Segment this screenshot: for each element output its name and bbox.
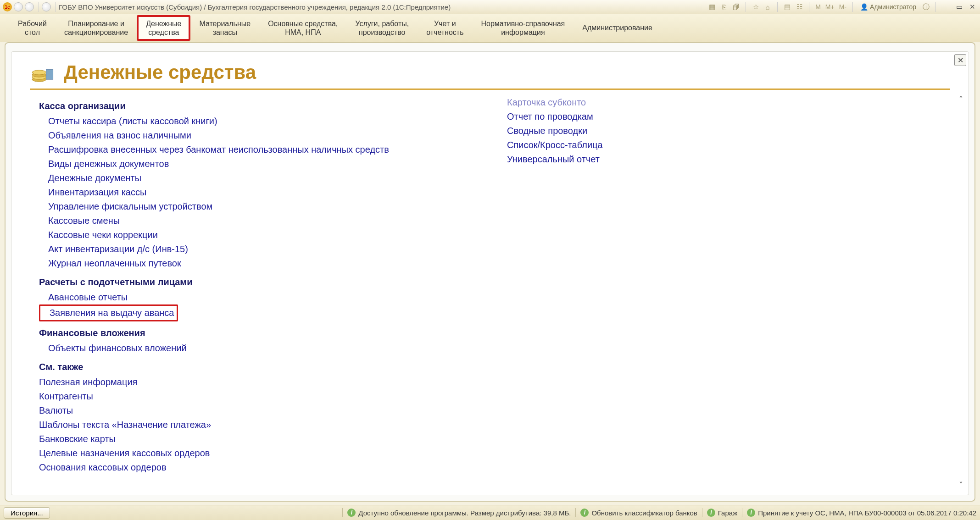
status-text: Доступно обновление программы. Размер ди… xyxy=(358,509,571,517)
tab-reference[interactable]: Нормативно-справочная информация xyxy=(472,15,574,41)
info-icon[interactable]: ⓘ xyxy=(921,2,931,12)
m-button[interactable]: M xyxy=(814,3,822,11)
tab-line2: информация xyxy=(501,28,545,37)
link-item[interactable]: Инвентаризация кассы xyxy=(48,187,146,198)
content-area: ˄ ˅ Касса организации Отчеты кассира (ли… xyxy=(11,90,969,495)
link-item[interactable]: Банковские карты xyxy=(39,434,116,444)
tab-line1: Материальные xyxy=(199,19,251,28)
separator xyxy=(777,2,778,12)
link-item[interactable]: Шаблоны текста «Назначение платежа» xyxy=(39,420,211,430)
tab-inventory[interactable]: Материальные запасы xyxy=(190,15,259,41)
status-doc[interactable]: iПринятие к учету ОС, НМА, НПА БУ00-0000… xyxy=(747,509,976,517)
link-item[interactable]: Расшифровка внесенных через банкомат неи… xyxy=(48,144,389,155)
toolbar-icon[interactable]: 🗐 xyxy=(731,2,741,12)
panel: Денежные средства ˄ ˅ Касса организации … xyxy=(11,51,969,495)
tab-line2: НМА, НПА xyxy=(285,28,321,37)
link-item[interactable]: Денежные документы xyxy=(48,173,141,183)
link-item[interactable]: Кассовые чеки коррекции xyxy=(48,230,158,240)
link-item[interactable]: Контрагенты xyxy=(39,391,93,402)
section-tabs: Рабочий стол Планирование и санкциониров… xyxy=(0,14,980,42)
link-item[interactable]: Основания кассовых ордеров xyxy=(39,462,167,473)
right-column: Карточка субконто Отчет по проводкам Сво… xyxy=(507,99,603,490)
nav-back-button[interactable] xyxy=(14,2,23,11)
link-item[interactable]: Кассовые смены xyxy=(48,216,120,226)
toolbar-icon[interactable]: ⌂ xyxy=(763,2,773,12)
m-minus-button[interactable]: M- xyxy=(838,3,848,11)
m-plus-button[interactable]: M+ xyxy=(824,3,836,11)
tab-desktop[interactable]: Рабочий стол xyxy=(9,15,56,41)
toolbar-icon[interactable]: ▦ xyxy=(707,2,717,12)
panel-close-button[interactable]: ✕ xyxy=(954,54,966,66)
page-header: Денежные средства xyxy=(11,52,969,88)
tab-line1: Денежные xyxy=(146,19,181,28)
link-item[interactable]: Универсальный отчет xyxy=(507,154,600,165)
link-item[interactable]: Акт инвентаризации д/с (Инв-15) xyxy=(48,244,188,254)
nav-forward-button[interactable] xyxy=(25,2,34,11)
link-item-cut[interactable]: Карточка субконто xyxy=(507,97,586,108)
user-label[interactable]: 👤 Администратор xyxy=(858,3,919,11)
minimize-button[interactable]: — xyxy=(941,2,952,11)
link-item[interactable]: Целевые назначения кассовых ордеров xyxy=(39,448,210,459)
link-item[interactable]: Отчет по проводкам xyxy=(507,111,593,122)
info-icon: i xyxy=(747,509,755,517)
link-item[interactable]: Список/Кросс-таблица xyxy=(507,140,603,150)
info-icon: i xyxy=(347,509,356,517)
link-item[interactable]: Журнал неоплаченных путевок xyxy=(48,258,181,269)
info-icon: i xyxy=(707,509,715,517)
tab-services[interactable]: Услуги, работы, производство xyxy=(346,15,418,41)
tab-planning[interactable]: Планирование и санкционирование xyxy=(56,15,137,41)
group-title-podotchet: Расчеты с подотчетными лицами xyxy=(39,277,415,288)
coins-icon xyxy=(30,60,55,85)
link-item[interactable]: Управление фискальным устройством xyxy=(48,201,212,212)
window-title: ГОБУ ВПО Университет искусств (Субсидия)… xyxy=(59,3,451,11)
scroll-down-button[interactable]: ˅ xyxy=(956,480,966,490)
user-icon: 👤 xyxy=(860,3,868,11)
group-title-finvlozheniya: Финансовые вложения xyxy=(39,328,415,338)
tab-line1: Нормативно-справочная xyxy=(481,19,565,28)
separator xyxy=(852,2,853,12)
statusbar: История... iДоступно обновление программ… xyxy=(0,505,980,520)
link-item[interactable]: Валюты xyxy=(39,405,73,416)
tab-administration[interactable]: Администрирование xyxy=(574,15,661,41)
toolbar-icon[interactable]: ⎘ xyxy=(719,2,729,12)
nav-dropdown-button[interactable] xyxy=(42,2,51,11)
favorite-icon[interactable]: ☆ xyxy=(751,2,761,12)
link-item[interactable]: Виды денежных документов xyxy=(48,159,169,169)
link-item[interactable]: Полезная информация xyxy=(39,377,137,387)
separator xyxy=(746,2,746,12)
tab-line2: отчетность xyxy=(426,28,463,37)
link-item[interactable]: Объявления на взнос наличными xyxy=(48,130,191,141)
toolbar-icons: ▦ ⎘ 🗐 ☆ ⌂ ▤ ☷ M M+ M- 👤 Администратор ⓘ … xyxy=(707,2,977,12)
scroll-up-button[interactable]: ˄ xyxy=(956,94,966,105)
left-column: Касса организации Отчеты кассира (листы … xyxy=(39,99,415,490)
separator xyxy=(56,2,56,12)
group-title-smtakzhe: См. также xyxy=(39,362,415,372)
calendar-icon[interactable]: ☷ xyxy=(794,2,804,12)
maximize-button[interactable]: ▭ xyxy=(954,2,964,11)
tab-accounting[interactable]: Учет и отчетность xyxy=(418,15,472,41)
calc-icon[interactable]: ▤ xyxy=(782,2,792,12)
history-button[interactable]: История... xyxy=(4,507,50,519)
tab-cash[interactable]: Денежные средства xyxy=(137,15,190,41)
group-title-kassa: Касса организации xyxy=(39,101,415,111)
link-item[interactable]: Объекты финансовых вложений xyxy=(48,343,187,354)
link-zayavleniya-avans[interactable]: Заявления на выдачу аванса xyxy=(50,308,174,318)
tab-line2: санкционирование xyxy=(64,28,128,37)
link-item[interactable]: Сводные проводки xyxy=(507,126,587,136)
tab-assets[interactable]: Основные средства, НМА, НПА xyxy=(259,15,346,41)
status-text: Обновить классификатор банков xyxy=(591,509,697,517)
tab-line1: Администрирование xyxy=(582,23,652,32)
link-item[interactable]: Отчеты кассира (листы кассовой книги) xyxy=(48,116,217,127)
tab-line1: Рабочий xyxy=(18,19,47,28)
status-text: Принятие к учету ОС, НМА, НПА БУ00-00000… xyxy=(758,509,976,517)
page-title: Денежные средства xyxy=(64,61,950,83)
status-garage[interactable]: iГараж xyxy=(707,509,737,517)
close-button[interactable]: ✕ xyxy=(967,2,977,11)
status-update[interactable]: iДоступно обновление программы. Размер д… xyxy=(347,509,571,517)
tab-line1: Услуги, работы, xyxy=(355,19,409,28)
tab-line1: Планирование и xyxy=(68,19,124,28)
svg-rect-4 xyxy=(46,69,53,79)
tab-line2: средства xyxy=(148,28,179,37)
link-avansovye-otchety[interactable]: Авансовые отчеты xyxy=(48,292,128,303)
status-banks[interactable]: iОбновить классификатор банков xyxy=(580,509,697,517)
